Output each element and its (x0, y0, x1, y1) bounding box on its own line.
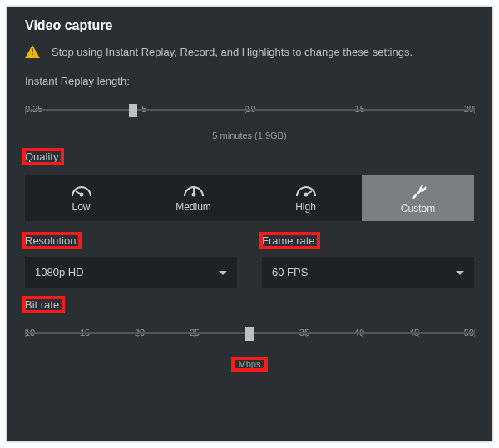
resolution-select[interactable]: 1080p HD (25, 257, 237, 288)
replay-caption: 5 minutes (1.9GB) (25, 130, 474, 140)
warning-row: Stop using Instant Replay, Record, and H… (25, 45, 474, 58)
framerate-label: Frame rate: (262, 234, 318, 247)
warning-text: Stop using Instant Replay, Record, and H… (52, 46, 413, 58)
bitrate-slider-thumb[interactable] (245, 327, 254, 341)
quality-low[interactable]: Low (25, 175, 137, 221)
gauge-icon (295, 183, 317, 198)
chevron-down-icon (219, 271, 227, 275)
quality-label: Quality: (25, 150, 62, 163)
resolution-value: 1080p HD (35, 257, 84, 288)
panel-title: Video capture (25, 18, 474, 33)
gauge-icon (183, 183, 205, 198)
quality-high[interactable]: High (250, 175, 362, 221)
quality-medium[interactable]: Medium (137, 175, 250, 221)
gauge-icon (71, 183, 92, 198)
replay-length-label: Instant Replay length: (25, 75, 130, 87)
chevron-down-icon (456, 271, 464, 275)
quality-options: Low Medium High Custom (25, 175, 474, 221)
wrench-icon (408, 183, 428, 199)
replay-length-slider[interactable]: 0.25 5 10 15 20 (25, 104, 474, 130)
bitrate-label: Bit rate: (25, 298, 62, 311)
replay-slider-thumb[interactable] (129, 104, 137, 117)
framerate-select[interactable]: 60 FPS (262, 257, 474, 288)
video-capture-panel: Video capture Stop using Instant Replay,… (7, 7, 492, 441)
warning-icon (25, 45, 40, 58)
bitrate-slider[interactable]: 10 15 20 25 30 35 40 45 50 (25, 327, 474, 354)
resolution-label: Resolution: (25, 234, 79, 247)
quality-custom[interactable]: Custom (362, 175, 474, 221)
framerate-value: 60 FPS (272, 257, 308, 288)
bitrate-unit: Mbps (234, 359, 266, 369)
